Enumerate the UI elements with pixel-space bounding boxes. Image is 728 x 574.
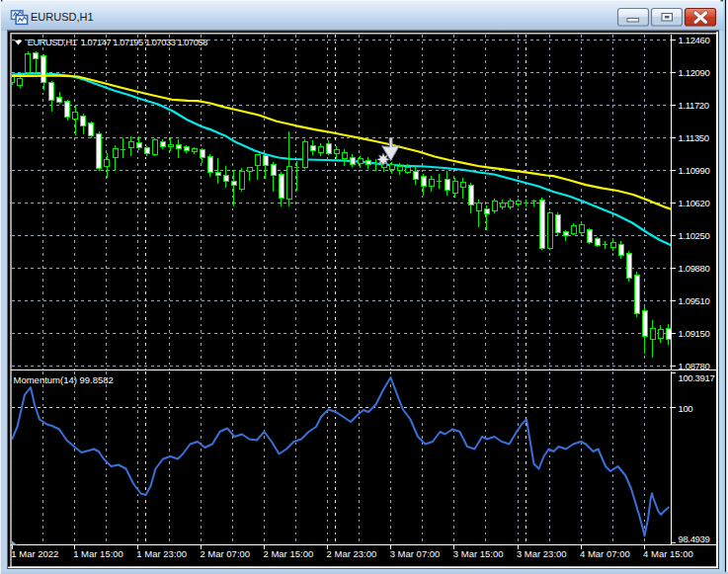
svg-text:1.12090: 1.12090: [679, 67, 710, 78]
svg-text:EURUSD,H1 1.07147 1.07195 1.0: EURUSD,H1 1.07147 1.07195 1.07033 1.0705…: [28, 38, 207, 47]
svg-text:98.4939: 98.4939: [679, 533, 710, 544]
svg-text:1 Mar 23:00: 1 Mar 23:00: [136, 548, 187, 559]
svg-text:Momentum(14) 99.8582: Momentum(14) 99.8582: [14, 374, 114, 385]
svg-text:1.10990: 1.10990: [679, 165, 710, 176]
svg-text:2 Mar 07:00: 2 Mar 07:00: [200, 548, 250, 559]
svg-text:2 Mar 23:00: 2 Mar 23:00: [327, 548, 377, 559]
svg-text:1.09880: 1.09880: [679, 263, 710, 274]
svg-text:EURUSD,H1: EURUSD,H1: [31, 11, 94, 23]
svg-text:1.10620: 1.10620: [679, 198, 710, 208]
svg-text:1.09150: 1.09150: [679, 328, 710, 339]
svg-text:1.11350: 1.11350: [679, 132, 709, 143]
svg-text:1 Mar 2022: 1 Mar 2022: [11, 548, 58, 559]
svg-text:3 Mar 15:00: 3 Mar 15:00: [453, 548, 504, 559]
svg-text:2 Mar 15:00: 2 Mar 15:00: [264, 548, 314, 559]
svg-text:4 Mar 15:00: 4 Mar 15:00: [643, 548, 693, 559]
svg-text:1.12460: 1.12460: [679, 35, 710, 45]
svg-text:4 Mar 07:00: 4 Mar 07:00: [580, 548, 630, 559]
svg-text:1.09510: 1.09510: [679, 295, 710, 306]
svg-text:3 Mar 07:00: 3 Mar 07:00: [390, 548, 441, 559]
svg-text:1.11720: 1.11720: [679, 100, 709, 111]
svg-text:1 Mar 15:00: 1 Mar 15:00: [73, 548, 123, 559]
svg-text:1.08780: 1.08780: [679, 361, 710, 371]
svg-text:1.10250: 1.10250: [679, 230, 710, 241]
svg-text:100.3917: 100.3917: [679, 372, 715, 383]
svg-text:100: 100: [679, 403, 693, 414]
svg-text:3 Mar 23:00: 3 Mar 23:00: [517, 548, 567, 559]
